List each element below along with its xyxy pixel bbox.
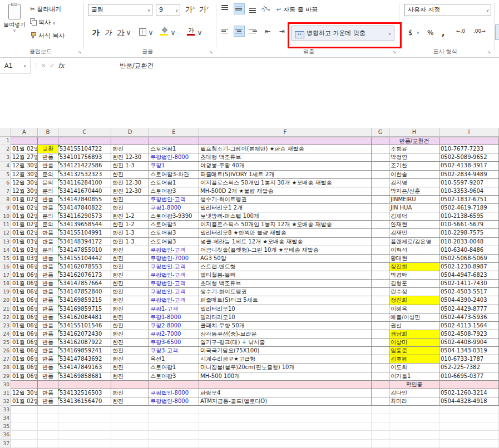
cell-F27[interactable]: 시계수리공구★고급형: [199, 355, 372, 364]
cell-G6[interactable]: [372, 179, 389, 187]
row-header-7[interactable]: 7: [0, 187, 11, 196]
cell-E29[interactable]: 스토어팜3: [149, 372, 199, 381]
cell-D5[interactable]: 한진: [111, 171, 149, 179]
cell-F26[interactable]: 미국국기담요(75X100): [199, 347, 372, 355]
cell-I4[interactable]: 0502-4138-3917: [439, 162, 499, 170]
font-size-select[interactable]: 9 ∨: [156, 4, 180, 16]
cell-A29[interactable]: 01월 06일: [11, 372, 38, 381]
cell-F4[interactable]: 야광봉-주황 40개: [199, 162, 372, 170]
cell-E19[interactable]: 쿠팡법인-고객: [149, 288, 199, 296]
cell-H18[interactable]: 김형훈: [389, 280, 439, 288]
cell-C3[interactable]: 534101756893: [58, 153, 111, 162]
cell-E32[interactable]: 쿠팡법인-8000: [149, 397, 199, 406]
cell-G8[interactable]: [372, 196, 389, 204]
row-header-35[interactable]: 35: [0, 422, 11, 431]
font-color-button[interactable]: 가: [187, 27, 195, 37]
cell-E12[interactable]: 스토어팜3: [149, 229, 199, 237]
align-bottom-button[interactable]: [248, 4, 258, 14]
cell-B25[interactable]: 반품: [38, 339, 58, 347]
cell-B14[interactable]: 문의: [38, 246, 58, 255]
cell-C17[interactable]: 534162076173: [58, 271, 111, 280]
cell-E33[interactable]: [149, 406, 199, 414]
cell-I36[interactable]: [439, 431, 499, 439]
cell-E22[interactable]: 쿠팡1-8000: [149, 313, 199, 322]
cell-C30[interactable]: [58, 381, 111, 389]
cell-H8[interactable]: JINMEIRU: [389, 196, 439, 204]
cell-D15[interactable]: 한진: [111, 255, 149, 263]
cell-B6[interactable]: 문의: [38, 179, 58, 187]
row-header-10[interactable]: 10: [0, 212, 11, 221]
cell-H14[interactable]: 이혁석: [389, 246, 439, 255]
cell-I23[interactable]: 0502-4113-1564: [439, 322, 499, 330]
cell-I5[interactable]: 0502-2834-9489: [439, 171, 499, 179]
cell-A28[interactable]: 01월 06일: [11, 364, 38, 372]
cell-F29[interactable]: MH-500 100개: [199, 372, 372, 381]
cell-H31[interactable]: 김다인: [389, 389, 439, 397]
cell-A25[interactable]: 01월 06일: [11, 339, 38, 347]
font-color-dropdown-icon[interactable]: ∨: [197, 26, 202, 39]
cell-D6[interactable]: 한진 12-30: [111, 179, 149, 187]
cell-H10[interactable]: 김제덕: [389, 212, 439, 221]
row-header-6[interactable]: 6: [0, 179, 11, 187]
bold-button[interactable]: 가: [90, 26, 101, 39]
borders-dropdown-icon[interactable]: ∨: [148, 26, 154, 39]
column-header-F[interactable]: F: [199, 128, 372, 137]
cell-E14[interactable]: 쿠팡법인-고객: [149, 246, 199, 255]
cell-A24[interactable]: 01월 06일: [11, 330, 38, 339]
cell-I7[interactable]: 010-3353-9604: [439, 187, 499, 196]
cell-D4[interactable]: 한진 1-3: [111, 162, 149, 170]
cell-B30[interactable]: [38, 381, 58, 389]
cell-E5[interactable]: 스토어팜3-차간: [149, 171, 199, 179]
cell-E17[interactable]: 쿠팡법인-고객: [149, 271, 199, 280]
cell-I19[interactable]: 0502-4503-5517: [439, 288, 499, 296]
cell-F18[interactable]: 초대형 백조튜브: [199, 280, 372, 288]
cell-B35[interactable]: [38, 422, 58, 431]
cell-F11[interactable]: 이지플로스픽스 50개입 1봉지 12개 ★오배송 재발송: [199, 221, 372, 229]
cell-G4[interactable]: [372, 162, 389, 170]
cell-D23[interactable]: 한진: [111, 322, 149, 330]
row-header-8[interactable]: 8: [0, 196, 11, 204]
cell-G20[interactable]: [372, 296, 389, 305]
cell-F6[interactable]: 이지플로스픽스 50개입 1봉지 30개 ★오배송 재발송: [199, 179, 372, 187]
cell-H5[interactable]: 이한솔: [389, 171, 439, 179]
merge-center-button[interactable]: ↔병합하고 가운데 맞춤 ∨: [292, 26, 394, 41]
cell-B13[interactable]: 반품: [38, 238, 58, 246]
cell-D24[interactable]: 한진: [111, 330, 149, 339]
row-header-26[interactable]: 26: [0, 347, 11, 355]
cell-F28[interactable]: 미니짐볼(블루)20cm(핀노즐형) 10개: [199, 364, 372, 372]
column-header-G[interactable]: G: [372, 128, 389, 137]
cell-B8[interactable]: 반품: [38, 196, 58, 204]
cell-A37[interactable]: [11, 440, 38, 448]
row-header-12[interactable]: 12: [0, 229, 11, 237]
cell-C10[interactable]: 534116290573: [58, 212, 111, 221]
cell-A34[interactable]: [11, 414, 38, 422]
cell-G13[interactable]: [372, 238, 389, 246]
cell-F33[interactable]: [199, 406, 372, 414]
cell-G28[interactable]: [372, 364, 389, 372]
cell-B27[interactable]: 반품: [38, 355, 58, 364]
cell-H4[interactable]: 조기찬: [389, 162, 439, 170]
cell-H20[interactable]: 정진희: [389, 296, 439, 305]
row-header-24[interactable]: 24: [0, 330, 11, 339]
cell-E16[interactable]: 쿠팡법인-고객: [149, 263, 199, 271]
cell-D1[interactable]: [111, 137, 149, 145]
cell-E4[interactable]: 쿠팡1: [149, 162, 199, 170]
cell-C15[interactable]: 534155104442: [58, 255, 111, 263]
cell-G11[interactable]: [372, 221, 389, 229]
section-label[interactable]: 확인중: [389, 381, 439, 389]
row-header-3[interactable]: 3: [0, 153, 11, 162]
cell-C35[interactable]: [58, 422, 111, 431]
cell-B24[interactable]: 반품: [38, 330, 58, 339]
cell-E24[interactable]: 쿠팡2-7000: [149, 330, 199, 339]
cell-H22[interactable]: 애플/이성민: [389, 313, 439, 322]
cell-F15[interactable]: AG3 50알: [199, 255, 372, 263]
cell-H33[interactable]: [389, 406, 439, 414]
cell-G27[interactable]: [372, 355, 389, 364]
cell-C24[interactable]: 534162072430: [58, 330, 111, 339]
cell-I14[interactable]: 010-6340-8486: [439, 246, 499, 255]
cell-F10[interactable]: 보넷방팩-파스텔 100개: [199, 212, 372, 221]
cell-G5[interactable]: [372, 171, 389, 179]
cell-H12[interactable]: 김재민: [389, 229, 439, 237]
cell-I30[interactable]: [439, 381, 499, 389]
cell-D34[interactable]: [111, 414, 149, 422]
